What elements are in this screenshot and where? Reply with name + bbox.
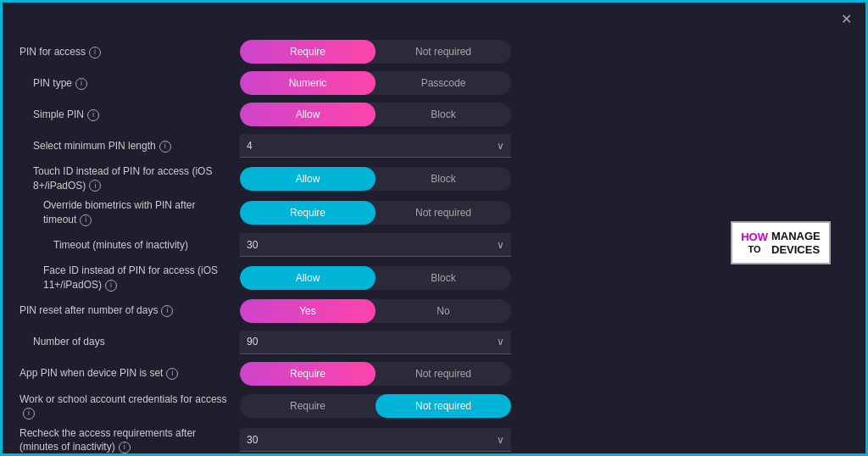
info-icon-pin-type[interactable]: i <box>75 78 87 90</box>
toggle-option-require[interactable]: Require <box>240 362 376 386</box>
row-min-pin-length: Select minimum PIN lengthi4∨ <box>19 133 679 158</box>
toggle-option-not-required[interactable]: Not required <box>376 362 511 386</box>
dropdown-number-of-days[interactable]: 90∨ <box>240 331 511 354</box>
label-pin-for-access: PIN for accessi <box>19 46 101 58</box>
toggle-option-allow[interactable]: Allow <box>240 167 376 191</box>
label-timeout: Timeout (minutes of inactivity) <box>53 239 188 251</box>
toggle-option-not-required[interactable]: Not required <box>376 394 511 418</box>
info-icon-override-biometrics[interactable]: i <box>80 214 92 226</box>
label-simple-pin: Simple PINi <box>33 108 99 120</box>
chevron-down-icon: ∨ <box>497 434 504 446</box>
info-icon-touch-id[interactable]: i <box>89 180 101 192</box>
row-pin-for-access: PIN for accessiRequireNot required <box>19 39 679 64</box>
row-override-biometrics: Override biometrics with PIN after timeo… <box>19 198 679 226</box>
row-touch-id: Touch ID instead of PIN for access (iOS … <box>19 164 679 192</box>
dropdown-timeout[interactable]: 30∨ <box>240 233 511 257</box>
toggle-app-pin[interactable]: RequireNot required <box>240 362 511 386</box>
main-panel: PIN for accessiRequireNot requiredPIN ty… <box>3 32 696 453</box>
dropdown-value-min-pin-length: 4 <box>247 140 253 152</box>
toggle-option-allow[interactable]: Allow <box>240 103 376 126</box>
row-number-of-days: Number of days90∨ <box>19 330 679 355</box>
toggle-pin-for-access[interactable]: RequireNot required <box>240 40 511 64</box>
label-touch-id: Touch ID instead of PIN for access (iOS … <box>33 165 212 192</box>
dropdown-value-number-of-days: 90 <box>247 336 258 348</box>
info-icon-recheck[interactable]: i <box>119 442 131 453</box>
toggle-option-require[interactable]: Require <box>240 394 376 418</box>
label-pin-reset: PIN reset after number of daysi <box>19 304 173 316</box>
logo-devices: DEVICES <box>771 243 821 257</box>
row-app-pin: App PIN when device PIN is setiRequireNo… <box>19 361 679 386</box>
toggle-option-yes[interactable]: Yes <box>240 299 376 323</box>
toggle-face-id[interactable]: AllowBlock <box>240 266 511 290</box>
toggle-option-not-required[interactable]: Not required <box>376 40 511 64</box>
toggle-pin-type[interactable]: NumericPasscode <box>240 71 511 95</box>
toggle-option-passcode[interactable]: Passcode <box>376 71 511 95</box>
toggle-option-numeric[interactable]: Numeric <box>240 71 376 95</box>
dropdown-value-recheck: 30 <box>247 434 258 446</box>
label-min-pin-length: Select minimum PIN lengthi <box>33 140 171 152</box>
logo-to: TO <box>741 244 768 254</box>
row-face-id: Face ID instead of PIN for access (iOS 1… <box>19 264 679 292</box>
toggle-option-require[interactable]: Require <box>240 40 376 64</box>
info-icon-pin-for-access[interactable]: i <box>89 47 101 58</box>
label-pin-type: PIN typei <box>33 77 87 89</box>
dropdown-min-pin-length[interactable]: 4∨ <box>240 134 511 158</box>
row-work-credentials: Work or school account credentials for a… <box>19 392 679 420</box>
dropdown-recheck[interactable]: 30∨ <box>240 428 511 452</box>
toggle-option-block[interactable]: Block <box>376 167 511 191</box>
label-override-biometrics: Override biometrics with PIN after timeo… <box>43 199 195 225</box>
toggle-option-no[interactable]: No <box>376 299 511 323</box>
toggle-option-block[interactable]: Block <box>376 266 511 290</box>
row-simple-pin: Simple PINiAllowBlock <box>19 102 679 127</box>
logo-how: HOW <box>741 231 768 243</box>
label-recheck: Recheck the access requirements after (m… <box>19 427 196 453</box>
row-pin-type: PIN typeiNumericPasscode <box>19 70 679 96</box>
dropdown-value-timeout: 30 <box>247 239 258 251</box>
info-icon-face-id[interactable]: i <box>105 280 117 292</box>
row-recheck: Recheck the access requirements after (m… <box>19 426 679 453</box>
toggle-option-not-required[interactable]: Not required <box>376 201 511 225</box>
info-icon-work-credentials[interactable]: i <box>23 408 35 420</box>
toggle-option-block[interactable]: Block <box>376 103 511 126</box>
close-button[interactable]: ✕ <box>841 11 852 27</box>
toggle-work-credentials[interactable]: RequireNot required <box>240 394 511 418</box>
toggle-simple-pin[interactable]: AllowBlock <box>240 103 511 126</box>
row-timeout: Timeout (minutes of inactivity)30∨ <box>19 232 679 258</box>
label-app-pin: App PIN when device PIN is seti <box>19 367 178 379</box>
chevron-down-icon: ∨ <box>497 239 504 251</box>
info-icon-app-pin[interactable]: i <box>166 368 178 380</box>
toggle-override-biometrics[interactable]: RequireNot required <box>240 201 511 225</box>
chevron-down-icon: ∨ <box>497 140 504 152</box>
row-pin-reset: PIN reset after number of daysiYesNo <box>19 298 679 324</box>
label-number-of-days: Number of days <box>33 336 105 348</box>
toggle-option-require[interactable]: Require <box>240 201 376 225</box>
info-icon-simple-pin[interactable]: i <box>87 109 99 121</box>
toggle-pin-reset[interactable]: YesNo <box>240 299 511 323</box>
chevron-down-icon: ∨ <box>497 336 504 348</box>
logo-manage: MANAGE <box>771 230 821 243</box>
sidebar-logo: HOW TO MANAGE DEVICES <box>696 32 865 453</box>
toggle-option-allow[interactable]: Allow <box>240 266 376 290</box>
toggle-touch-id[interactable]: AllowBlock <box>240 167 511 191</box>
info-icon-min-pin-length[interactable]: i <box>159 141 171 153</box>
brand-logo: HOW TO MANAGE DEVICES <box>731 221 831 264</box>
label-face-id: Face ID instead of PIN for access (iOS 1… <box>43 264 218 291</box>
label-work-credentials: Work or school account credentials for a… <box>19 393 227 420</box>
info-icon-pin-reset[interactable]: i <box>161 305 173 317</box>
